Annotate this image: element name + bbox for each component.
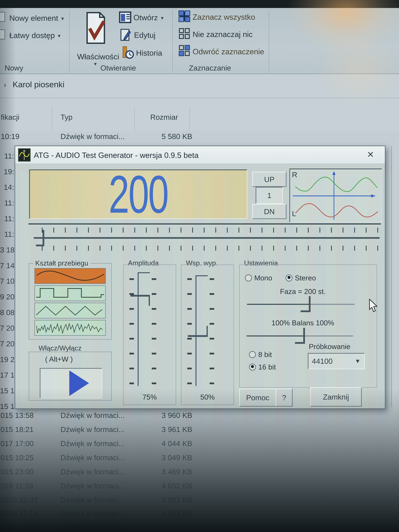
- dialog-titlebar[interactable]: ATG - AUDIO Test Generator - wersja 0.9.…: [15, 146, 385, 164]
- balance-slider-track[interactable]: [247, 336, 353, 336]
- 8bit-radio[interactable]: [249, 351, 256, 358]
- column-divider[interactable]: [52, 108, 52, 131]
- file-row-type: Dźwięk w formaci...: [61, 411, 125, 420]
- list-item[interactable]: 15 13:: [0, 386, 14, 395]
- balance-slider-thumb[interactable]: [303, 328, 305, 343]
- list-item[interactable]: 19 23:: [0, 355, 14, 364]
- ribbon-separator: [69, 10, 70, 72]
- file-row[interactable]: 017 17:00 Dźwięk w formaci... 4 044 KB: [0, 439, 399, 452]
- ribbon-item-select-none[interactable]: Nie zaznaczaj nic: [178, 27, 266, 43]
- frequency-up-button[interactable]: UP: [252, 172, 286, 187]
- ribbon-item-easy-access[interactable]: Łatwy dostęp ▼: [9, 31, 61, 40]
- column-header-type[interactable]: Typ: [61, 113, 72, 121]
- waveform-triangle-button[interactable]: [34, 303, 106, 318]
- sampling-value: 44100: [312, 357, 333, 366]
- stereo-radio[interactable]: [285, 274, 292, 281]
- file-row[interactable]: 2015 19:52 Dźwięk w formaci...: [0, 522, 399, 532]
- 16bit-label[interactable]: 16 bit: [258, 363, 276, 371]
- list-item[interactable]: 7 20:: [0, 324, 14, 332]
- mono-radio[interactable]: [245, 274, 252, 281]
- frequency-slider-thumb[interactable]: [43, 230, 44, 246]
- grid-outline-icon: [178, 28, 190, 39]
- chevron-down-icon: ▼: [93, 61, 98, 67]
- file-row-type: Dźwięk w formaci...: [61, 439, 125, 448]
- ribbon-item-new-element[interactable]: Nowy element ▼: [9, 13, 65, 22]
- list-item[interactable]: 3 18:: [0, 246, 14, 254]
- amplitude-slider-thumb[interactable]: [130, 295, 150, 297]
- waveform-square-button[interactable]: [34, 285, 106, 301]
- ribbon-item-open[interactable]: Otwórz ▼: [119, 10, 175, 26]
- column-header-size[interactable]: Rozmiar: [150, 113, 178, 121]
- file-row-modified: 018 11:59: [0, 481, 33, 490]
- file-row[interactable]: 015 23:00 Dźwięk w formaci... 3 469 KB: [0, 467, 399, 481]
- duty-slider-thumb[interactable]: [188, 335, 208, 337]
- waveform-sine-button[interactable]: [34, 268, 106, 284]
- frequency-slider-ticks-top: [42, 228, 378, 233]
- ribbon-item-edit[interactable]: Edytuj: [120, 28, 176, 44]
- stereo-label[interactable]: Stereo: [295, 274, 316, 282]
- ribbon-item-history[interactable]: Historia: [122, 45, 177, 61]
- frequency-display: 200: [29, 170, 247, 219]
- file-row[interactable]: 2018 10:37 Dźwięk w formaci... 3 883 KB: [0, 495, 399, 509]
- power-play-button[interactable]: [40, 368, 102, 398]
- list-item[interactable]: 7 14:: [0, 261, 14, 270]
- column-divider[interactable]: [134, 108, 135, 131]
- frequency-slider-track[interactable]: [34, 237, 380, 239]
- breadcrumb[interactable]: Karol piosenki: [13, 80, 64, 89]
- duty-ticks-right: [210, 278, 214, 385]
- help-button[interactable]: Pomoc: [239, 388, 276, 407]
- column-header-modified[interactable]: fikacji: [1, 113, 19, 121]
- file-row[interactable]: 018 11:59 Dźwięk w formaci... 4 652 KB: [0, 481, 399, 495]
- ribbon-item-invert-selection[interactable]: Odwróć zaznaczenie: [178, 44, 271, 60]
- frequency-step-field[interactable]: 1: [256, 187, 283, 204]
- file-row-size: 4 199 KB: [162, 509, 192, 518]
- column-divider: [391, 146, 392, 407]
- file-row-size: 3 961 KB: [162, 425, 192, 434]
- file-row[interactable]: 015 18:21 Dźwięk w formaci... 3 961 KB: [0, 425, 399, 438]
- mono-label[interactable]: Mono: [254, 274, 272, 282]
- list-item[interactable]: 9 20:: [0, 292, 14, 301]
- duty-thumb-hook: [207, 326, 208, 336]
- amplitude-ticks-right: [152, 278, 156, 385]
- list-item[interactable]: 15 13:: [0, 402, 14, 411]
- list-item[interactable]: 19:: [0, 167, 14, 176]
- list-item[interactable]: 11:: [0, 230, 14, 239]
- duty-group: 50%: [181, 265, 234, 405]
- list-item[interactable]: 11:: [0, 199, 14, 207]
- question-button[interactable]: ?: [276, 388, 293, 407]
- history-clock-icon: [122, 46, 134, 59]
- duty-slider-track[interactable]: [196, 275, 196, 386]
- close-dialog-button[interactable]: Zamknij: [310, 387, 362, 407]
- ribbon-item-select-all[interactable]: Zaznacz wszystko: [178, 10, 266, 26]
- file-row[interactable]: 10:19 Dźwięk w formaci... 5 580 KB: [0, 131, 399, 144]
- file-row[interactable]: 2018 21:15 Dźwięk w formaci... 4 199 KB: [0, 509, 399, 522]
- file-row-modified: 2018 10:37: [0, 495, 38, 504]
- list-item[interactable]: 17 19:: [0, 371, 14, 379]
- file-row[interactable]: 015 13:58 Dźwięk w formaci... 3 960 KB: [0, 411, 399, 424]
- waveform-noise-button[interactable]: [34, 320, 106, 336]
- 8bit-label[interactable]: 8 bit: [258, 350, 272, 359]
- right-channel-label: R: [292, 170, 297, 179]
- phase-slider-track[interactable]: [247, 304, 355, 305]
- ribbon-group-selection: Zaznaczanie: [189, 63, 231, 72]
- atg-dialog-window: ATG - AUDIO Test Generator - wersja 0.9.…: [15, 146, 386, 409]
- column-divider[interactable]: [190, 108, 190, 131]
- close-icon[interactable]: ✕: [367, 150, 374, 159]
- phase-slider-thumb[interactable]: [309, 296, 310, 312]
- window-icon: [119, 12, 131, 23]
- ribbon-item-properties[interactable]: Właściwości ▼: [75, 9, 117, 69]
- file-row[interactable]: 015 10:25 Dźwięk w formaci... 3 049 KB: [0, 453, 399, 467]
- dialog-title: ATG - AUDIO Test Generator - wersja 0.9.…: [34, 151, 199, 160]
- chevron-down-icon: ▼: [160, 16, 165, 21]
- list-item[interactable]: 14:: [0, 183, 14, 191]
- mouse-cursor: [369, 299, 379, 313]
- list-item[interactable]: 11:: [0, 152, 14, 160]
- amplitude-slider-track[interactable]: [138, 272, 139, 386]
- 16bit-radio[interactable]: [249, 364, 256, 371]
- list-item[interactable]: 11:: [0, 214, 14, 223]
- list-item[interactable]: 7 10:: [0, 277, 14, 285]
- list-item[interactable]: 7 20:: [0, 339, 14, 348]
- sampling-dropdown[interactable]: 44100 ▼: [308, 353, 365, 369]
- frequency-down-button[interactable]: DN: [252, 204, 286, 219]
- list-item[interactable]: 8 08:: [0, 308, 14, 317]
